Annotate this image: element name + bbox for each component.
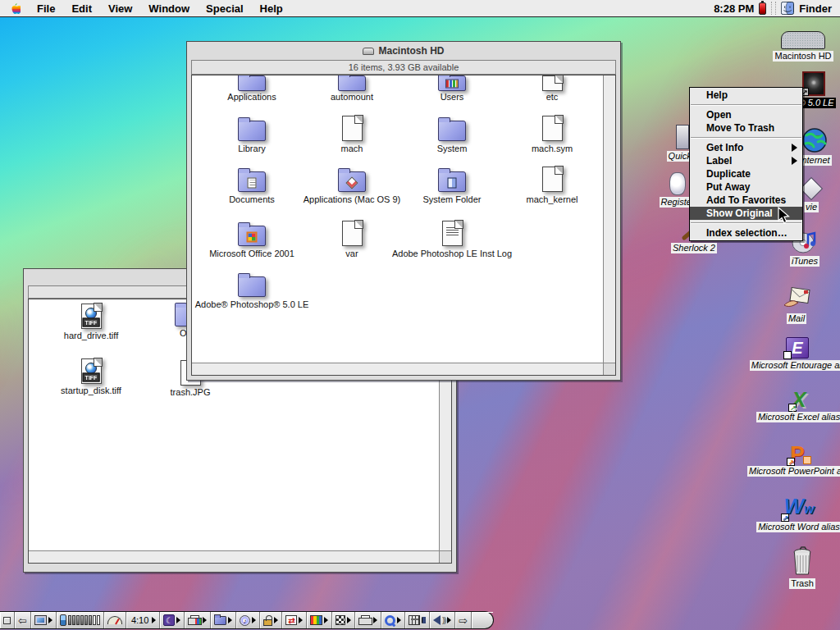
finder-face-badge-icon xyxy=(448,177,457,188)
desktop-icon-excel[interactable]: X↗ Microsoft Excel alias xyxy=(783,389,815,422)
file-item-mach-kernel[interactable]: mach_kernel xyxy=(502,153,602,204)
file-item-mach[interactable]: mach xyxy=(302,102,402,153)
register-certificate-icon xyxy=(669,172,686,195)
preview-horizontal-scrollbar[interactable] xyxy=(29,550,439,563)
file-item-library[interactable]: Library xyxy=(202,102,302,153)
file-item-label: startup_disk.tiff xyxy=(61,386,121,395)
file-item-photoshop-inst-log[interactable]: Adobe Photoshop LE Inst Log xyxy=(402,204,502,258)
file-item-users[interactable]: Users xyxy=(402,75,502,102)
control-strip-sleep[interactable]: ☾ xyxy=(160,612,185,628)
file-item-hard-drive-tiff[interactable]: TIFF hard_drive.tiff xyxy=(42,304,140,340)
movie-diamond-icon xyxy=(800,177,823,200)
hd-vertical-scrollbar[interactable] xyxy=(603,75,615,363)
desktop-icon-powerpoint[interactable]: P↗ Microsoft PowerPoint ali xyxy=(781,443,814,477)
file-item-startup-disk-tiff[interactable]: TIFF startup_disk.tiff xyxy=(37,358,145,395)
powerpoint-p-icon: P↗ xyxy=(790,443,804,464)
menu-item-label: Show Original xyxy=(706,208,773,219)
file-item-label: Users xyxy=(441,92,464,102)
apple-menu[interactable] xyxy=(0,0,29,16)
desktop-icon-word[interactable]: Ww↗ Microsoft Word alias xyxy=(783,495,815,532)
document-icon xyxy=(342,221,363,246)
macintosh-hd-window[interactable]: Macintosh HD 16 items, 3.93 GB available… xyxy=(186,41,621,381)
context-menu-item-add-to-favorites[interactable]: Add To Favorites xyxy=(690,194,802,207)
popup-arrow-icon xyxy=(203,617,207,623)
context-menu-item-get-info[interactable]: Get Info xyxy=(690,141,802,154)
desktop-icon-register-fragment[interactable]: Register xyxy=(666,172,689,208)
control-strip-file-sharing[interactable] xyxy=(211,612,236,628)
context-menu-item-open[interactable]: Open xyxy=(690,108,802,121)
menu-item-label: Open xyxy=(706,109,732,121)
window-status-text: 16 items, 3.93 GB available xyxy=(349,62,459,72)
window-title: Macintosh HD xyxy=(378,45,444,57)
control-strip-desktop-pattern[interactable] xyxy=(332,612,355,628)
context-menu-item-move-to-trash[interactable]: Move To Trash xyxy=(690,121,802,135)
battery-level-icon xyxy=(60,614,100,626)
control-strip-end-grip[interactable] xyxy=(472,612,493,628)
menu-view[interactable]: View xyxy=(100,0,140,16)
control-strip-volume[interactable]: )) xyxy=(430,612,455,628)
desktop-icon-mail[interactable]: Mail xyxy=(776,285,817,324)
photoshop-eye-thumbnail-icon: ↗ xyxy=(802,71,825,96)
control-strip-sound-source[interactable] xyxy=(405,612,430,628)
file-item-adobe-photoshop-le[interactable]: Adobe® Photoshop® 5.0 LE xyxy=(202,258,302,309)
popup-arrow-icon xyxy=(299,617,303,623)
finder-icon[interactable] xyxy=(781,2,794,15)
file-item-applications-mac-os-9[interactable]: Applications (Mac OS 9) xyxy=(302,153,402,204)
desktop-icon-trash[interactable]: Trash xyxy=(781,546,824,589)
control-strip-battery-level[interactable] xyxy=(57,612,104,628)
file-item-mach-sym[interactable]: mach.sym xyxy=(502,102,602,153)
context-menu-item-index-selection[interactable]: Index selection… xyxy=(690,226,802,240)
file-item-var[interactable]: var xyxy=(302,204,402,258)
context-menu-item-label[interactable]: Label xyxy=(690,154,802,167)
hd-resize-corner[interactable] xyxy=(603,363,615,375)
menu-clock[interactable]: 8:28 PM xyxy=(714,2,754,15)
control-strip-scroll-right[interactable]: ⇨ xyxy=(455,612,472,628)
context-menu-item-put-away[interactable]: Put Away xyxy=(690,180,802,194)
active-app-name[interactable]: Finder xyxy=(799,2,832,15)
menu-separator xyxy=(691,137,801,139)
desktop-icon-macintosh-hd[interactable]: Macintosh HD xyxy=(778,31,829,62)
users-folder-icon xyxy=(438,75,466,91)
control-strip-display[interactable] xyxy=(31,612,57,628)
menu-separator xyxy=(691,104,801,106)
office-badge-icon xyxy=(247,231,258,242)
menu-special[interactable]: Special xyxy=(198,0,252,16)
menu-window[interactable]: Window xyxy=(140,0,198,16)
popup-arrow-icon xyxy=(48,617,52,623)
file-item-applications[interactable]: Applications xyxy=(202,75,302,102)
control-strip-battery-time[interactable]: 4:10 xyxy=(126,612,160,628)
context-menu-item-help[interactable]: Help xyxy=(690,89,802,102)
menu-file[interactable]: File xyxy=(29,0,63,16)
control-strip-monitor-depth[interactable] xyxy=(307,612,332,628)
macintosh-hd-statusbar: 16 items, 3.93 GB available xyxy=(191,60,616,75)
context-menu-item-duplicate[interactable]: Duplicate xyxy=(690,167,802,180)
desktop-icon-entourage[interactable]: E↗ Microsoft Entourage ali xyxy=(781,337,814,371)
file-item-system-folder[interactable]: System Folder xyxy=(402,153,502,204)
menu-help[interactable]: Help xyxy=(252,0,291,16)
file-item-etc[interactable]: etc xyxy=(502,75,602,102)
file-item-system[interactable]: System xyxy=(402,102,502,153)
file-item-automount[interactable]: automount xyxy=(302,75,402,102)
pencil-badge-icon xyxy=(345,176,358,189)
control-strip-quicktime[interactable] xyxy=(381,612,405,628)
control-strip-collapse-tab[interactable] xyxy=(0,612,15,628)
file-item-documents[interactable]: Documents xyxy=(202,153,302,204)
file-item-microsoft-office-2001[interactable]: Microsoft Office 2001 xyxy=(202,204,302,258)
preview-resize-corner[interactable] xyxy=(439,550,451,563)
control-strip-scroll-left[interactable]: ⇦ xyxy=(15,612,31,628)
tiff-badge: TIFF xyxy=(83,373,100,382)
control-strip-cd-audio[interactable]: ♪ xyxy=(236,612,260,628)
quicktime-player-icon xyxy=(676,125,689,149)
popup-arrow-icon xyxy=(447,617,451,623)
control-strip-gauge[interactable] xyxy=(104,612,126,628)
control-strip-sharing-activity[interactable]: ⇄ xyxy=(282,612,307,628)
hd-horizontal-scrollbar[interactable] xyxy=(192,363,603,375)
control-strip-security[interactable] xyxy=(260,612,282,628)
control-strip[interactable]: ⇦ 4:10 ☾ ♪ ⇄ )) ⇨ xyxy=(0,611,494,629)
menu-edit[interactable]: Edit xyxy=(63,0,100,16)
macintosh-hd-titlebar[interactable]: Macintosh HD xyxy=(187,42,620,60)
control-strip-printer-selector[interactable] xyxy=(355,612,381,628)
checkerboard-icon xyxy=(336,615,345,625)
system-folder-icon xyxy=(438,171,466,192)
control-strip-color-printer[interactable] xyxy=(185,612,211,628)
